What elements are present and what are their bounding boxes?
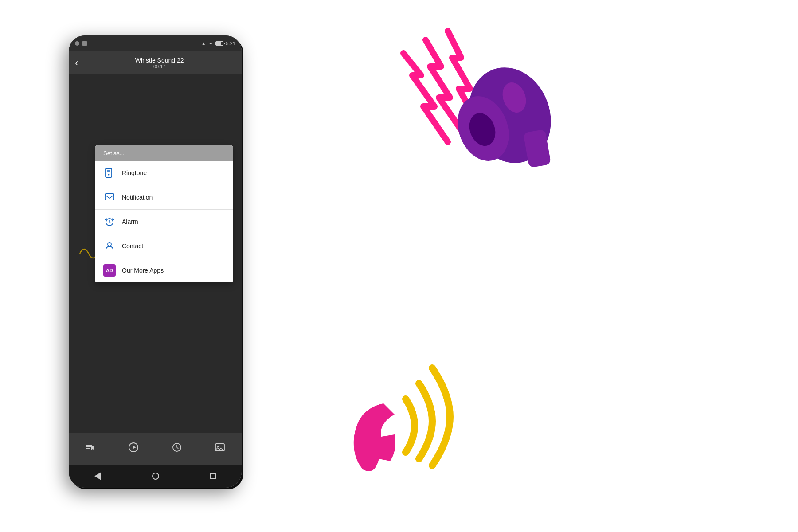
popup-header: Set as... (95, 145, 233, 161)
ringtone-label: Ringtone (122, 169, 147, 176)
alarm-label: Alarm (122, 218, 138, 225)
svg-marker-8 (133, 446, 136, 449)
history-tab[interactable] (172, 442, 182, 455)
ad-icon: AD (103, 264, 116, 277)
ringtone-item[interactable]: Ringtone (95, 161, 233, 185)
svg-point-3 (108, 174, 110, 176)
playlist-tab[interactable] (85, 442, 96, 455)
wifi-icon: ▲ (201, 41, 206, 46)
time-display: 5:21 (226, 41, 235, 46)
play-tab[interactable] (128, 442, 139, 455)
contact-item[interactable]: Contact (95, 234, 233, 258)
system-recent-button[interactable] (210, 473, 216, 479)
right-decorations (288, 0, 754, 532)
scene: ▲ ✦ 5:21 ‹ Whistle Sound 22 00:17 (0, 0, 798, 532)
system-back-button[interactable] (94, 472, 101, 480)
alarm-icon (103, 215, 116, 228)
contact-label: Contact (122, 243, 143, 250)
more-apps-item[interactable]: AD Our More Apps (95, 258, 233, 282)
phone-device: ▲ ✦ 5:21 ‹ Whistle Sound 22 00:17 (69, 35, 242, 488)
megaphone-illustration (377, 22, 563, 208)
alarm-item[interactable]: Alarm (95, 210, 233, 234)
svg-rect-4 (105, 194, 114, 200)
image-tab[interactable] (215, 442, 225, 455)
nav-buttons (69, 465, 242, 488)
message-icon (103, 191, 116, 203)
system-home-button[interactable] (152, 473, 159, 480)
phone-call-illustration (341, 364, 501, 497)
phone-icon (103, 167, 116, 179)
track-duration: 00:17 (83, 64, 235, 69)
bottom-tabs (69, 433, 242, 465)
status-square (82, 41, 87, 46)
notification-item[interactable]: Notification (95, 185, 233, 210)
top-nav: ‹ Whistle Sound 22 00:17 (69, 51, 242, 74)
phone-content: Set as... Ringtone (69, 74, 242, 433)
svg-point-6 (108, 243, 111, 246)
track-title: Whistle Sound 22 (83, 57, 235, 64)
contact-icon (103, 240, 116, 252)
back-button[interactable]: ‹ (75, 57, 78, 69)
svg-point-11 (217, 446, 219, 447)
status-dot (75, 41, 79, 46)
bluetooth-icon: ✦ (209, 41, 213, 47)
popup-menu: Set as... Ringtone (95, 145, 233, 282)
more-apps-label: Our More Apps (122, 267, 164, 274)
svg-rect-0 (106, 168, 112, 177)
notification-label: Notification (122, 194, 153, 201)
status-bar: ▲ ✦ 5:21 (69, 35, 242, 51)
battery-icon (215, 41, 223, 46)
